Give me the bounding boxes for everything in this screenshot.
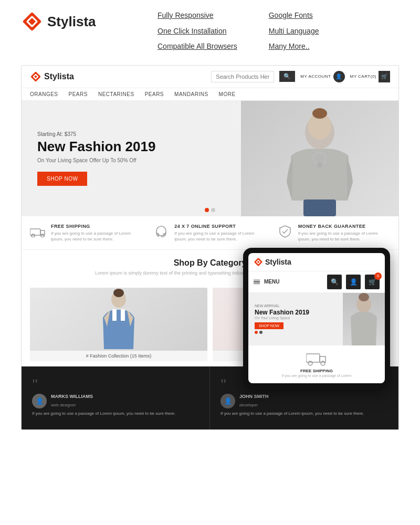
features-columns: Fully Responsive One Click Installation … (158, 10, 319, 57)
hero-slider-dots (205, 208, 215, 212)
cart-button[interactable]: MY CART(0) 🛒 (350, 71, 391, 82)
svg-point-35 (321, 361, 325, 365)
svg-point-11 (317, 162, 322, 167)
top-header: Stylista Fully Responsive One Click Inst… (0, 0, 420, 65)
hero-title: New Fashion 2019 (37, 139, 155, 154)
feature-guarantee-title: MONEY BACK GUARANTEE (298, 224, 390, 229)
nav-item-pears[interactable]: PEARS (69, 91, 88, 97)
tablet-account-button[interactable]: 👤 (346, 275, 361, 289)
hero-subtitle: On Your Living Space Offer Up To 50% Off (37, 158, 155, 163)
hero-dot-2[interactable] (211, 208, 215, 212)
feature-link-4[interactable]: Google Fonts (269, 10, 319, 21)
svg-rect-20 (121, 309, 125, 321)
feature-guarantee-desc: If you are going to use a passage of Lor… (298, 230, 390, 242)
tablet-hero-sub: NEW ARRIVAL (255, 304, 309, 308)
tablet-header: Stylista (248, 253, 385, 271)
person-role-1: web designer (51, 403, 76, 407)
tablet-truck-icon (255, 351, 379, 366)
shield-icon (277, 224, 293, 239)
tablet-feature-section: FREE SHIPPING If you are going to use a … (248, 345, 385, 383)
search-input[interactable] (211, 71, 274, 82)
svg-rect-13 (30, 229, 40, 235)
tablet-hero-title: New Fashion 2019 (255, 309, 309, 316)
store-search-area: 🔍 MY ACCOUNT 👤 MY CART(0) 🛒 (211, 71, 390, 82)
feature-shipping-title: FREE SHIPPING (51, 224, 143, 229)
svg-point-9 (312, 108, 327, 119)
hero-dot-1[interactable] (205, 208, 209, 212)
preview-content: Starting At: $375 New Fashion 2019 On Yo… (22, 101, 398, 366)
fashion-label: # Fashion Collection (15 Items) (30, 351, 207, 361)
fashion-image (30, 288, 207, 351)
tablet-hero-image (343, 293, 385, 345)
logo-icon (21, 10, 43, 33)
svg-point-16 (156, 226, 166, 236)
feature-link-3[interactable]: Compatible All Browsers (158, 41, 237, 52)
hero-content: Starting At: $375 New Fashion 2019 On Yo… (22, 121, 171, 196)
svg-rect-33 (306, 354, 320, 362)
tablet-model-svg (343, 293, 385, 345)
feature-link-5[interactable]: Multi Language (269, 26, 319, 37)
feature-shipping-text: FREE SHIPPING If you are going to use a … (51, 224, 143, 242)
account-icon: 👤 (333, 71, 345, 82)
hero-model-svg (270, 101, 370, 216)
tablet-dot-2[interactable] (259, 331, 262, 334)
tablet-feature-title: FREE SHIPPING (255, 369, 379, 373)
tablet-slider-dots (255, 331, 309, 334)
feature-support-title: 24 X 7 ONLINE SUPPORT (174, 224, 266, 229)
testimonial-person-1: 👤 MARKS WILLIAMS web designer (32, 394, 199, 408)
feature-support: 24 X 7 ONLINE SUPPORT If you are going t… (153, 224, 266, 242)
hero-starting-price: Starting At: $375 (37, 131, 155, 137)
fashion-model-svg (92, 289, 145, 349)
nav-item-nectarines[interactable]: NECTARINES (98, 91, 134, 97)
feature-link-1[interactable]: Fully Responsive (158, 10, 237, 21)
svg-point-32 (359, 293, 369, 301)
person-role-2: developer (239, 403, 258, 407)
feature-guarantee-text: MONEY BACK GUARANTEE If you are going to… (298, 224, 390, 242)
features-col-1: Fully Responsive One Click Installation … (158, 10, 237, 57)
feature-link-2[interactable]: One Click Installation (158, 26, 237, 37)
tablet-logo: Stylista (254, 257, 291, 267)
testimonial-person-2: 👤 JOHN SMITH developer (220, 394, 387, 408)
testimonial-text-2: If you are going to use a passage of Lor… (220, 411, 387, 416)
avatar-1: 👤 (32, 394, 47, 408)
tablet-menu-button[interactable]: MENU (254, 279, 279, 285)
nav-item-pears2[interactable]: PEARS (145, 91, 164, 97)
tablet-screen: Stylista MENU 🔍 👤 (248, 253, 385, 383)
store-logo-text: Stylista (44, 72, 74, 81)
shop-now-button[interactable]: SHOP NOW (37, 172, 87, 186)
tablet-search-button[interactable]: 🔍 (327, 275, 342, 289)
tablet-hero-content: NEW ARRIVAL New Fashion 2019 On Your Liv… (248, 300, 316, 338)
nav-item-mandarins[interactable]: MANDARINS (174, 91, 208, 97)
tablet-mockup: Stylista MENU 🔍 👤 (243, 248, 390, 388)
feature-shipping-desc: If you are going to use a passage of Lor… (51, 230, 143, 242)
tablet-nav: MENU 🔍 👤 🛒 0 (248, 271, 385, 293)
hero-banner: Starting At: $375 New Fashion 2019 On Yo… (22, 101, 398, 216)
svg-point-14 (32, 234, 35, 237)
feature-link-6[interactable]: Many More.. (269, 41, 319, 52)
person-info-1: MARKS WILLIAMS web designer (51, 394, 93, 408)
search-button[interactable]: 🔍 (279, 71, 295, 82)
svg-point-18 (113, 289, 124, 297)
tablet-cart-button[interactable]: 🛒 0 (365, 275, 380, 289)
nav-item-more[interactable]: MORE (219, 91, 236, 97)
account-button[interactable]: MY ACCOUNT 👤 (300, 71, 344, 82)
person-info-2: JOHN SMITH developer (239, 394, 269, 408)
person-name-2: JOHN SMITH (239, 394, 269, 399)
logo-text: Stylista (47, 14, 96, 30)
cart-badge: 0 (374, 272, 382, 280)
tablet-hero-subtitle: On Your Living Space (255, 316, 309, 320)
svg-rect-19 (112, 309, 117, 321)
feature-guarantee: MONEY BACK GUARANTEE If you are going to… (277, 224, 390, 242)
svg-rect-12 (303, 200, 336, 216)
tablet-shop-now-button[interactable]: SHOP NOW (255, 322, 284, 329)
store-logo-icon (30, 71, 41, 82)
nav-item-oranges[interactable]: ORANGES (30, 91, 58, 97)
features-col-2: Google Fonts Multi Language Many More.. (269, 10, 319, 57)
category-card-fashion[interactable]: # Fashion Collection (15 Items) (30, 288, 207, 361)
svg-point-34 (308, 361, 312, 365)
hamburger-icon (254, 280, 260, 285)
tablet-dot-1[interactable] (255, 331, 258, 334)
tablet-logo-text: Stylista (265, 258, 291, 266)
feature-support-text: 24 X 7 ONLINE SUPPORT If you are going t… (174, 224, 266, 242)
quote-mark-1: " (32, 377, 199, 392)
